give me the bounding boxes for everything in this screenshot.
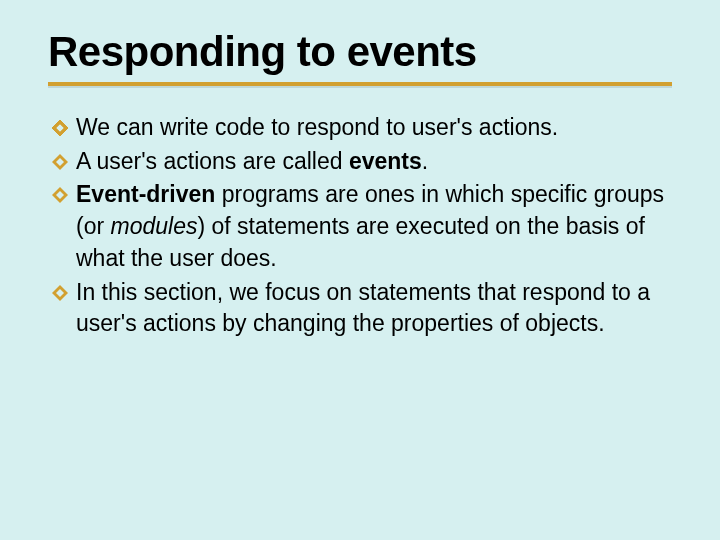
text-italic: modules (111, 213, 198, 239)
text-bold: Event-driven (76, 181, 215, 207)
bullet-icon (50, 283, 70, 303)
slide: Responding to events We can write code t… (0, 0, 720, 540)
title-underline (48, 82, 672, 86)
list-item: We can write code to respond to user's a… (50, 112, 672, 144)
list-item: In this section, we focus on statements … (50, 277, 672, 340)
bullet-text: In this section, we focus on statements … (76, 277, 672, 340)
slide-title: Responding to events (48, 28, 672, 76)
text-run: . (422, 148, 428, 174)
bullet-text: Event-driven programs are ones in which … (76, 179, 672, 274)
bullet-icon (50, 152, 70, 172)
bullet-icon (50, 185, 70, 205)
text-bold: events (349, 148, 422, 174)
list-item: Event-driven programs are ones in which … (50, 179, 672, 274)
bullet-list: We can write code to respond to user's a… (48, 112, 672, 340)
bullet-text: We can write code to respond to user's a… (76, 112, 672, 144)
list-item: A user's actions are called events. (50, 146, 672, 178)
text-run: A user's actions are called (76, 148, 349, 174)
bullet-icon (50, 118, 70, 138)
bullet-text: A user's actions are called events. (76, 146, 672, 178)
